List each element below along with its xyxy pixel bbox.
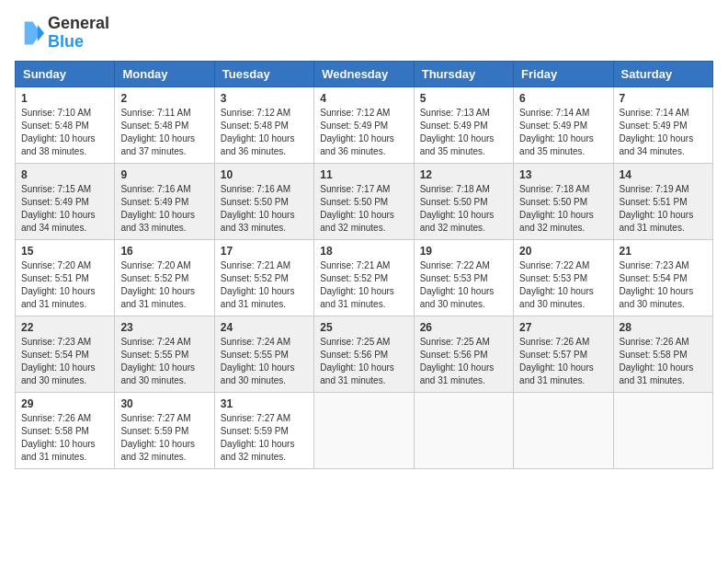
weekday-header: Wednesday: [314, 61, 414, 86]
calendar-cell: 8 Sunrise: 7:15 AMSunset: 5:49 PMDayligh…: [16, 163, 115, 239]
logo-blue: Blue: [48, 32, 84, 51]
calendar-cell: [613, 392, 712, 468]
calendar-cell: [414, 392, 513, 468]
day-number: 14: [620, 168, 707, 181]
day-info: Sunrise: 7:18 AMSunset: 5:50 PMDaylight:…: [420, 183, 507, 235]
day-info: Sunrise: 7:27 AMSunset: 5:59 PMDaylight:…: [120, 412, 208, 464]
weekday-row: SundayMondayTuesdayWednesdayThursdayFrid…: [16, 61, 713, 86]
day-number: 31: [221, 397, 308, 410]
calendar-cell: 4 Sunrise: 7:12 AMSunset: 5:49 PMDayligh…: [314, 86, 414, 163]
weekday-header: Sunday: [16, 61, 115, 86]
weekday-header: Tuesday: [214, 61, 313, 86]
day-info: Sunrise: 7:11 AMSunset: 5:48 PMDaylight:…: [120, 107, 208, 158]
page-header: General Blue: [15, 15, 713, 52]
day-number: 15: [21, 245, 108, 258]
day-info: Sunrise: 7:25 AMSunset: 5:56 PMDaylight:…: [420, 336, 507, 387]
calendar-cell: 20 Sunrise: 7:22 AMSunset: 5:53 PMDaylig…: [514, 239, 613, 316]
day-info: Sunrise: 7:10 AMSunset: 5:48 PMDaylight:…: [21, 107, 108, 158]
logo: General Blue: [15, 15, 109, 52]
day-info: Sunrise: 7:17 AMSunset: 5:50 PMDaylight:…: [320, 183, 407, 235]
weekday-header: Saturday: [613, 61, 712, 86]
day-number: 6: [519, 92, 607, 105]
calendar-cell: 28 Sunrise: 7:26 AMSunset: 5:58 PMDaylig…: [613, 316, 712, 392]
calendar-cell: 23 Sunrise: 7:24 AMSunset: 5:55 PMDaylig…: [115, 316, 214, 392]
day-number: 16: [120, 245, 208, 258]
day-info: Sunrise: 7:25 AMSunset: 5:56 PMDaylight:…: [320, 336, 407, 387]
svg-marker-1: [25, 21, 41, 44]
calendar-cell: 21 Sunrise: 7:23 AMSunset: 5:54 PMDaylig…: [613, 239, 712, 316]
calendar-cell: 17 Sunrise: 7:21 AMSunset: 5:52 PMDaylig…: [214, 239, 313, 316]
calendar-cell: 13 Sunrise: 7:18 AMSunset: 5:50 PMDaylig…: [514, 163, 613, 239]
day-number: 8: [21, 168, 108, 181]
day-number: 22: [21, 321, 108, 334]
day-number: 27: [519, 321, 607, 334]
day-info: Sunrise: 7:26 AMSunset: 5:57 PMDaylight:…: [519, 336, 607, 387]
day-number: 3: [221, 92, 308, 105]
calendar-table: SundayMondayTuesdayWednesdayThursdayFrid…: [15, 61, 713, 469]
day-number: 11: [320, 168, 407, 181]
day-info: Sunrise: 7:14 AMSunset: 5:49 PMDaylight:…: [519, 107, 607, 158]
day-number: 1: [21, 92, 108, 105]
calendar-cell: 2 Sunrise: 7:11 AMSunset: 5:48 PMDayligh…: [115, 86, 214, 163]
day-number: 19: [420, 245, 507, 258]
calendar-cell: 16 Sunrise: 7:20 AMSunset: 5:52 PMDaylig…: [115, 239, 214, 316]
calendar-cell: [314, 392, 414, 468]
day-number: 29: [21, 397, 108, 410]
day-info: Sunrise: 7:23 AMSunset: 5:54 PMDaylight:…: [620, 259, 707, 311]
calendar-body: 1 Sunrise: 7:10 AMSunset: 5:48 PMDayligh…: [16, 86, 713, 468]
calendar-cell: 12 Sunrise: 7:18 AMSunset: 5:50 PMDaylig…: [414, 163, 513, 239]
calendar-cell: 29 Sunrise: 7:26 AMSunset: 5:58 PMDaylig…: [16, 392, 115, 468]
logo-text: General Blue: [48, 15, 109, 52]
calendar-week-row: 29 Sunrise: 7:26 AMSunset: 5:58 PMDaylig…: [16, 392, 713, 468]
day-info: Sunrise: 7:12 AMSunset: 5:49 PMDaylight:…: [320, 107, 407, 158]
day-number: 23: [120, 321, 208, 334]
day-number: 30: [120, 397, 208, 410]
calendar-cell: 18 Sunrise: 7:21 AMSunset: 5:52 PMDaylig…: [314, 239, 414, 316]
calendar-cell: 22 Sunrise: 7:23 AMSunset: 5:54 PMDaylig…: [16, 316, 115, 392]
day-number: 21: [620, 245, 707, 258]
calendar-cell: 1 Sunrise: 7:10 AMSunset: 5:48 PMDayligh…: [16, 86, 115, 163]
day-number: 24: [221, 321, 308, 334]
day-info: Sunrise: 7:19 AMSunset: 5:51 PMDaylight:…: [620, 183, 707, 235]
day-info: Sunrise: 7:16 AMSunset: 5:50 PMDaylight:…: [221, 183, 308, 235]
day-info: Sunrise: 7:13 AMSunset: 5:49 PMDaylight:…: [420, 107, 507, 158]
calendar-cell: 27 Sunrise: 7:26 AMSunset: 5:57 PMDaylig…: [514, 316, 613, 392]
calendar-cell: 10 Sunrise: 7:16 AMSunset: 5:50 PMDaylig…: [214, 163, 313, 239]
calendar-cell: 19 Sunrise: 7:22 AMSunset: 5:53 PMDaylig…: [414, 239, 513, 316]
calendar-week-row: 22 Sunrise: 7:23 AMSunset: 5:54 PMDaylig…: [16, 316, 713, 392]
day-info: Sunrise: 7:22 AMSunset: 5:53 PMDaylight:…: [420, 259, 507, 311]
day-number: 17: [221, 245, 308, 258]
day-info: Sunrise: 7:27 AMSunset: 5:59 PMDaylight:…: [221, 412, 308, 464]
day-info: Sunrise: 7:21 AMSunset: 5:52 PMDaylight:…: [221, 259, 308, 311]
day-number: 4: [320, 92, 407, 105]
calendar-cell: 25 Sunrise: 7:25 AMSunset: 5:56 PMDaylig…: [314, 316, 414, 392]
day-info: Sunrise: 7:20 AMSunset: 5:52 PMDaylight:…: [120, 259, 208, 311]
day-info: Sunrise: 7:12 AMSunset: 5:48 PMDaylight:…: [221, 107, 308, 158]
calendar-cell: 15 Sunrise: 7:20 AMSunset: 5:51 PMDaylig…: [16, 239, 115, 316]
calendar-cell: 30 Sunrise: 7:27 AMSunset: 5:59 PMDaylig…: [115, 392, 214, 468]
day-info: Sunrise: 7:22 AMSunset: 5:53 PMDaylight:…: [519, 259, 607, 311]
calendar-cell: 26 Sunrise: 7:25 AMSunset: 5:56 PMDaylig…: [414, 316, 513, 392]
day-info: Sunrise: 7:24 AMSunset: 5:55 PMDaylight:…: [120, 336, 208, 387]
calendar-cell: [514, 392, 613, 468]
day-number: 9: [120, 168, 208, 181]
day-info: Sunrise: 7:20 AMSunset: 5:51 PMDaylight:…: [21, 259, 108, 311]
calendar-cell: 5 Sunrise: 7:13 AMSunset: 5:49 PMDayligh…: [414, 86, 513, 163]
day-info: Sunrise: 7:16 AMSunset: 5:49 PMDaylight:…: [120, 183, 208, 235]
calendar-week-row: 8 Sunrise: 7:15 AMSunset: 5:49 PMDayligh…: [16, 163, 713, 239]
day-info: Sunrise: 7:24 AMSunset: 5:55 PMDaylight:…: [221, 336, 308, 387]
day-number: 5: [420, 92, 507, 105]
day-info: Sunrise: 7:26 AMSunset: 5:58 PMDaylight:…: [620, 336, 707, 387]
weekday-header: Thursday: [414, 61, 513, 86]
logo-icon: [15, 18, 44, 48]
calendar-cell: 6 Sunrise: 7:14 AMSunset: 5:49 PMDayligh…: [514, 86, 613, 163]
day-info: Sunrise: 7:18 AMSunset: 5:50 PMDaylight:…: [519, 183, 607, 235]
day-info: Sunrise: 7:15 AMSunset: 5:49 PMDaylight:…: [21, 183, 108, 235]
day-info: Sunrise: 7:23 AMSunset: 5:54 PMDaylight:…: [21, 336, 108, 387]
calendar-header: SundayMondayTuesdayWednesdayThursdayFrid…: [16, 61, 713, 86]
weekday-header: Friday: [514, 61, 613, 86]
calendar-cell: 14 Sunrise: 7:19 AMSunset: 5:51 PMDaylig…: [613, 163, 712, 239]
day-number: 2: [120, 92, 208, 105]
calendar-cell: 9 Sunrise: 7:16 AMSunset: 5:49 PMDayligh…: [115, 163, 214, 239]
calendar-cell: 3 Sunrise: 7:12 AMSunset: 5:48 PMDayligh…: [214, 86, 313, 163]
